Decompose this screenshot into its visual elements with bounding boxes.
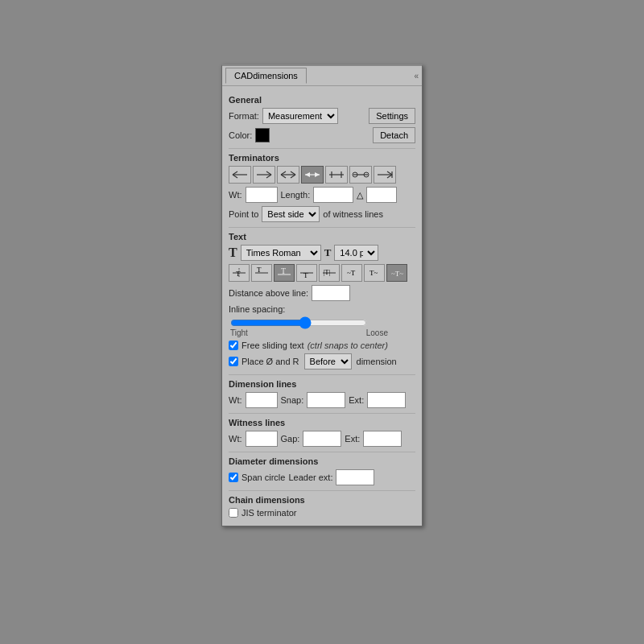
text-icon-large: T [229,246,237,260]
witness-lines-section-header: Witness lines [229,413,415,427]
place-checkbox[interactable] [229,357,238,366]
svg-line-2 [233,175,237,178]
align-btn-2[interactable]: T [251,264,272,282]
inline-label-row: Inline spacing: [229,304,415,314]
svg-text:T: T [257,266,262,274]
wt-input[interactable]: 1.0 pt [246,187,278,203]
format-label: Format: [229,111,259,121]
distance-row: Distance above line: 0.063" [229,285,415,301]
svg-text:T~: T~ [369,269,378,277]
font-select[interactable]: Times Roman [241,245,321,261]
angle-input[interactable]: 17.5° [366,187,397,203]
wt-label: Wt: [229,190,242,200]
terminator-btn-2[interactable] [253,166,275,184]
svg-text:|T|: |T| [324,269,330,276]
span-circle-label: Span circle [242,473,285,482]
place-label: Place Ø and R [242,357,299,366]
svg-text:T: T [236,270,241,278]
terminator-btn-5[interactable] [325,166,348,184]
align-btn-5[interactable]: |T| [319,264,340,282]
dim-wt-row: Wt: 1.0 pt Snap: 0.375" Ext: 0.000" [229,392,415,408]
alignment-buttons-row: T T T T [229,264,415,282]
align-btn-8[interactable]: ~T~ [386,264,407,282]
distance-label: Distance above line: [229,288,308,298]
panel-content: General Format: Measurement Settings Col… [222,86,422,526]
dim-ext-input[interactable]: 0.000" [367,392,406,408]
tight-label: Tight [230,328,248,337]
svg-line-4 [266,171,271,175]
svg-line-23 [387,175,392,178]
point-to-select[interactable]: Best side [262,206,320,222]
free-sliding-checkbox[interactable] [229,341,238,350]
svg-marker-13 [315,172,320,177]
settings-button[interactable]: Settings [369,108,415,124]
color-row: Color: Detach [229,127,415,143]
point-to-row: Point to Best side of witness lines [229,206,415,222]
dim-wt-input[interactable]: 1.0 pt [246,392,278,408]
chain-section-header: Chain dimensions [229,490,415,505]
leader-ext-label: Leader ext: [288,473,332,482]
span-circle-checkbox[interactable] [229,473,238,482]
svg-line-8 [281,175,286,178]
cad-dimensions-panel: CADdimensions « General Format: Measurem… [221,64,423,526]
align-btn-3[interactable]: T [274,264,295,282]
terminator-btn-7[interactable] [374,166,396,184]
svg-line-9 [291,171,295,175]
wit-gap-label: Gap: [281,434,300,444]
svg-marker-12 [305,172,310,177]
jis-label: JIS terminator [242,508,296,518]
terminator-btn-3[interactable] [277,166,299,184]
length-input[interactable]: 0.125" [313,187,353,203]
collapse-icon[interactable]: « [414,72,419,80]
terminators-section-header: Terminators [229,148,415,163]
free-sliding-hint: (ctrl snaps to center) [308,341,388,350]
diameter-section-header: Diameter dimensions [229,452,415,466]
svg-line-10 [291,175,295,178]
format-row: Format: Measurement Settings [229,108,415,124]
jis-row: JIS terminator [229,508,415,518]
general-section-header: General [229,91,415,105]
wit-wt-label: Wt: [229,434,242,444]
svg-text:~T~: ~T~ [391,270,403,278]
wit-ext-input[interactable]: 0.125" [363,431,402,447]
terminator-btn-6[interactable] [349,166,372,184]
before-select[interactable]: Before [304,353,352,369]
color-label: Color: [229,130,252,140]
terminator-btn-1[interactable] [229,166,251,184]
inline-spacing-slider[interactable] [230,317,367,328]
align-btn-1[interactable]: T [229,264,250,282]
detach-button[interactable]: Detach [373,127,415,143]
place-row: Place Ø and R Before dimension [229,353,415,369]
inline-label: Inline spacing: [229,304,285,314]
free-sliding-label: Free sliding text [242,341,304,350]
wit-wt-input[interactable]: 1.0 pt [246,431,278,447]
align-btn-4[interactable]: T [296,264,317,282]
align-btn-6[interactable]: ~T [341,264,362,282]
distance-input[interactable]: 0.063" [312,285,350,301]
dimension-label: dimension [357,357,397,366]
point-to-label: Point to [229,209,258,219]
dimension-lines-section-header: Dimension lines [229,374,415,389]
length-label: Length: [281,190,311,200]
format-select[interactable]: Measurement [262,108,338,124]
color-swatch[interactable] [255,128,270,142]
wt-length-row: Wt: 1.0 pt Length: 0.125" △ 17.5° [229,187,415,203]
leader-ext-input[interactable]: 0.500" [336,469,374,485]
text-icon-small: T [324,246,332,259]
dim-snap-label: Snap: [281,395,304,405]
panel-tab[interactable]: CADdimensions [225,68,307,84]
font-row: T Times Roman T 14.0 pt [229,245,415,261]
slider-labels: Tight Loose [229,328,390,337]
svg-text:~T: ~T [347,269,356,277]
panel-titlebar: CADdimensions « [222,66,422,86]
size-select[interactable]: 14.0 pt [334,245,378,261]
align-btn-7[interactable]: T~ [364,264,385,282]
dim-snap-input[interactable]: 0.375" [307,392,345,408]
dim-wt-label: Wt: [229,395,242,405]
text-section-header: Text [229,227,415,242]
terminator-btn-4[interactable] [301,166,324,184]
wit-gap-input[interactable]: 0.063" [303,431,341,447]
witness-label: of witness lines [323,209,383,219]
svg-line-22 [387,171,392,175]
jis-checkbox[interactable] [229,508,238,518]
